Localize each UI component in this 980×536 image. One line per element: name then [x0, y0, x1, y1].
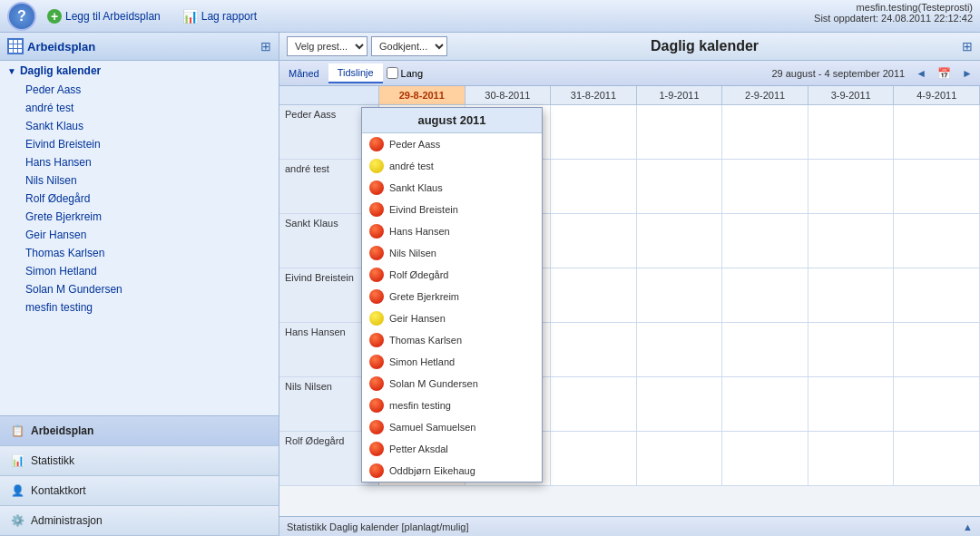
- cal-cell[interactable]: [551, 432, 637, 485]
- cal-cell[interactable]: [808, 160, 895, 213]
- cal-cell[interactable]: [637, 160, 723, 213]
- cal-cell[interactable]: [722, 105, 808, 159]
- sidebar: Arbeidsplan ⊞ ▼ Daglig kalender Peder Aa…: [0, 33, 279, 536]
- cal-cell[interactable]: [551, 214, 637, 268]
- dropdown-person-item[interactable]: Petter Aksdal: [362, 438, 542, 460]
- cal-cell[interactable]: [551, 323, 637, 376]
- cal-cell[interactable]: [722, 160, 808, 213]
- sidebar-person-item[interactable]: Eivind Breistein: [0, 135, 279, 153]
- dropdown-person-item[interactable]: Hans Hansen: [362, 220, 542, 242]
- tree-section-daglig-kalender[interactable]: ▼ Daglig kalender: [0, 61, 279, 81]
- dropdown-person-item[interactable]: Simon Hetland: [362, 351, 542, 373]
- sidebar-header: Arbeidsplan ⊞: [0, 33, 279, 61]
- dropdown-overlay: august 2011 Peder Aassandré testSankt Kl…: [361, 107, 543, 482]
- approved-select[interactable]: Godkjent...: [371, 36, 447, 56]
- cal-cell[interactable]: [894, 214, 980, 268]
- grid-icon: [7, 38, 24, 54]
- dropdown-person-item[interactable]: Solan M Gundersen: [362, 373, 542, 395]
- help-icon[interactable]: ?: [7, 2, 36, 31]
- sidebar-person-item[interactable]: andré test: [0, 99, 279, 117]
- dropdown-person-item[interactable]: Thomas Karlsen: [362, 329, 542, 351]
- sidebar-nav-item-statistikk[interactable]: 📊Statistikk: [0, 446, 279, 476]
- tab-month[interactable]: Måned: [279, 64, 328, 83]
- face-red-icon: [369, 289, 384, 304]
- status-label: Statistikk Daglig kalender [planlagt/mul…: [287, 521, 469, 532]
- cal-cell[interactable]: [808, 214, 895, 268]
- cal-cell[interactable]: [894, 377, 980, 431]
- face-red-icon: [369, 137, 384, 151]
- sidebar-nav-item-administrasjon[interactable]: ⚙️Administrasjon: [0, 506, 279, 536]
- cal-header-cell: 2-9-2011: [722, 86, 808, 104]
- cal-cell[interactable]: [722, 432, 808, 485]
- cal-cell[interactable]: [637, 105, 723, 159]
- cal-cell[interactable]: [722, 377, 808, 431]
- cal-cell[interactable]: [894, 268, 980, 322]
- preset-select[interactable]: Velg prest...: [287, 36, 368, 56]
- face-yellow-icon: [369, 311, 384, 326]
- cal-cell[interactable]: [722, 214, 808, 268]
- cal-cell[interactable]: [551, 105, 637, 159]
- sidebar-person-item[interactable]: Sankt Klaus: [0, 117, 279, 135]
- lang-check[interactable]: [387, 67, 398, 79]
- nav-icon-statistikk: 📊: [9, 453, 25, 469]
- dropdown-person-item[interactable]: andré test: [362, 155, 542, 177]
- sidebar-person-item[interactable]: Hans Hansen: [0, 153, 279, 171]
- dropdown-person-item[interactable]: Oddbjørn Eikehaug: [362, 460, 542, 482]
- cal-cell[interactable]: [808, 432, 895, 485]
- cal-cell[interactable]: [551, 160, 637, 213]
- sidebar-person-item[interactable]: Simon Hetland: [0, 262, 279, 280]
- content-area: Velg prest... Godkjent... Daglig kalende…: [279, 33, 980, 536]
- dropdown-person-item[interactable]: mesfin testing: [362, 395, 542, 416]
- status-arrow-icon[interactable]: ▲: [963, 521, 973, 532]
- cal-cell[interactable]: [551, 268, 637, 322]
- cal-cell[interactable]: [808, 323, 895, 376]
- dropdown-person-item[interactable]: Grete Bjerkreim: [362, 286, 542, 307]
- sidebar-person-item[interactable]: Rolf Ødegård: [0, 190, 279, 208]
- cal-cell[interactable]: [894, 160, 980, 213]
- sidebar-person-item[interactable]: Peder Aass: [0, 81, 279, 99]
- lang-checkbox[interactable]: Lang: [387, 67, 423, 79]
- calendar-icon[interactable]: 📅: [934, 65, 955, 82]
- sidebar-person-item[interactable]: Grete Bjerkreim: [0, 208, 279, 226]
- cal-cell[interactable]: [808, 105, 895, 159]
- sidebar-tree[interactable]: ▼ Daglig kalender Peder Aassandré testSa…: [0, 61, 279, 415]
- sidebar-person-item[interactable]: Solan M Gundersen: [0, 280, 279, 298]
- cal-cell[interactable]: [894, 105, 980, 159]
- cal-cell[interactable]: [637, 432, 723, 485]
- sidebar-person-item[interactable]: Nils Nilsen: [0, 171, 279, 190]
- cal-cell[interactable]: [894, 323, 980, 376]
- dropdown-person-item[interactable]: Geir Hansen: [362, 307, 542, 329]
- dropdown-person-item[interactable]: Rolf Ødegård: [362, 264, 542, 286]
- cal-cell[interactable]: [808, 377, 895, 431]
- dropdown-person-item[interactable]: Samuel Samuelsen: [362, 416, 542, 438]
- sidebar-nav-item-arbeidsplan[interactable]: 📋Arbeidsplan: [0, 416, 279, 446]
- cal-cell[interactable]: [637, 268, 723, 322]
- cal-cell[interactable]: [637, 377, 723, 431]
- next-date-button[interactable]: ►: [958, 65, 976, 82]
- dropdown-person-item[interactable]: Eivind Breistein: [362, 199, 542, 220]
- lag-rapport-button[interactable]: 📊 Lag rapport: [179, 7, 260, 25]
- dropdown-person-item[interactable]: Nils Nilsen: [362, 242, 542, 264]
- dropdown-person-item[interactable]: Sankt Klaus: [362, 177, 542, 199]
- top-bar: ? + Legg til Arbeidsplan 📊 Lag rapport m…: [0, 0, 980, 33]
- cal-cell[interactable]: [722, 323, 808, 376]
- sidebar-person-item[interactable]: Thomas Karlsen: [0, 244, 279, 262]
- sidebar-title: Arbeidsplan: [27, 40, 95, 54]
- prev-date-button[interactable]: ◄: [912, 65, 930, 82]
- report-icon: 📊: [182, 9, 198, 24]
- cal-cell[interactable]: [722, 268, 808, 322]
- sidebar-person-item[interactable]: Geir Hansen: [0, 226, 279, 244]
- dropdown-person-item[interactable]: Peder Aass: [362, 133, 542, 155]
- cal-cell[interactable]: [894, 432, 980, 485]
- add-arbeidsplan-button[interactable]: + Legg til Arbeidsplan: [44, 7, 164, 25]
- cal-header-cell: 31-8-2011: [551, 86, 637, 104]
- sidebar-expand-icon[interactable]: ⊞: [260, 39, 271, 54]
- cal-cell[interactable]: [637, 214, 723, 268]
- cal-cell[interactable]: [551, 377, 637, 431]
- cal-cell[interactable]: [637, 323, 723, 376]
- expand-calendar-icon[interactable]: ⊞: [962, 39, 973, 54]
- sidebar-person-item[interactable]: mesfin testing: [0, 298, 279, 317]
- tab-timeline[interactable]: Tidslinje: [328, 63, 383, 83]
- sidebar-nav-item-kontaktkort[interactable]: 👤Kontaktkort: [0, 476, 279, 506]
- cal-cell[interactable]: [808, 268, 895, 322]
